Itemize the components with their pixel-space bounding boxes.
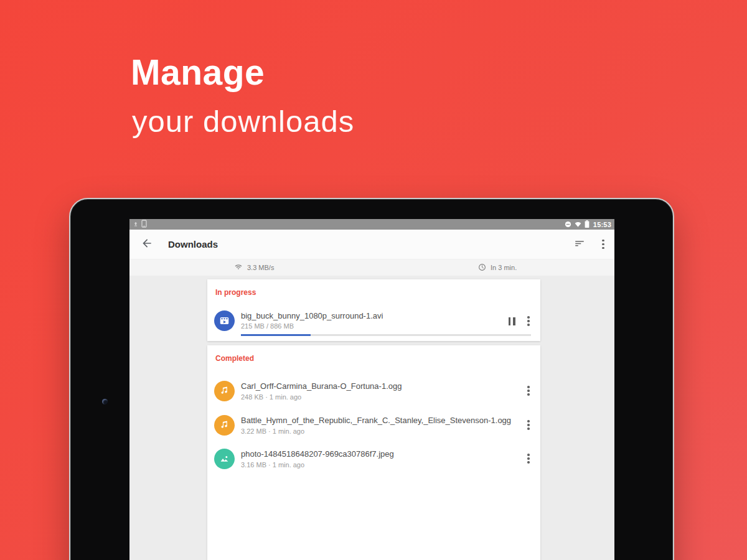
in-progress-card: In progress big_buck_bunny_1080p_surroun… (207, 279, 540, 341)
hero-heading: Manage your downloads (131, 55, 354, 137)
file-overflow-button[interactable] (522, 450, 535, 467)
file-meta: 248 KB · 1 min. ago (241, 393, 522, 401)
download-eta: In 3 min. (478, 259, 517, 276)
video-file-icon (214, 310, 235, 331)
status-bar-right: 15:53 (565, 219, 611, 230)
overflow-menu-icon (527, 454, 530, 464)
file-progress-size: 215 MB / 886 MB (241, 322, 294, 330)
cards-column: In progress big_buck_bunny_1080p_surroun… (207, 279, 540, 560)
hero-title: Manage (131, 55, 354, 90)
progress-fill (241, 334, 311, 336)
clock-icon (478, 263, 486, 273)
file-meta: 3.22 MB · 1 min. ago (241, 427, 522, 435)
download-eta-value: In 3 min. (491, 264, 517, 271)
completed-file-row[interactable]: photo-1484518648207-969ca30786f7.jpeg 3.… (207, 442, 540, 475)
completed-file-row[interactable]: Carl_Orff-Carmina_Burana-O_Fortuna-1.ogg… (207, 374, 540, 408)
audio-file-icon (214, 415, 235, 436)
app-toolbar: Downloads (129, 230, 614, 259)
file-meta: 3.16 MB · 1 min. ago (241, 461, 522, 469)
page-title: Downloads (168, 239, 218, 250)
hero-subtitle: your downloads (132, 106, 354, 137)
file-overflow-button[interactable] (522, 383, 535, 399)
progress-bar (241, 334, 531, 336)
file-overflow-button[interactable] (522, 313, 535, 329)
overflow-menu-icon (527, 316, 530, 326)
audio-file-icon (214, 381, 235, 401)
pause-icon (509, 317, 515, 325)
tablet-device-frame: 15:53 Downloads (69, 198, 674, 560)
overflow-menu-icon (527, 386, 530, 396)
upload-status-icon (133, 219, 139, 230)
completed-card: Completed Carl_Orff-Carmina_Burana-O_ (207, 345, 540, 560)
download-speed: 3.3 MB/s (234, 259, 274, 276)
pause-button[interactable] (504, 313, 520, 329)
file-name: photo-1484518648207-969ca30786f7.jpeg (241, 449, 522, 459)
overflow-menu-icon (527, 420, 530, 430)
back-arrow-icon (141, 237, 153, 252)
status-bar-left (133, 219, 147, 230)
status-bar-clock: 15:53 (593, 221, 611, 228)
wifi-status-icon (574, 219, 582, 230)
device-status-icon (141, 219, 147, 230)
wifi-icon (234, 263, 243, 272)
sort-button[interactable] (572, 233, 587, 256)
file-name: Battle_Hymn_of_the_Republic,_Frank_C._St… (241, 416, 522, 425)
toolbar-overflow-button[interactable] (596, 233, 611, 256)
download-status-row: 3.3 MB/s In 3 min. (129, 259, 614, 276)
battery-icon (585, 219, 590, 230)
image-file-icon (214, 449, 235, 469)
file-overflow-button[interactable] (522, 417, 535, 433)
overflow-menu-icon (602, 240, 604, 250)
download-speed-value: 3.3 MB/s (247, 264, 274, 271)
file-texts: Carl_Orff-Carmina_Burana-O_Fortuna-1.ogg… (241, 381, 522, 401)
file-texts: Battle_Hymn_of_the_Republic,_Frank_C._St… (241, 416, 522, 435)
back-button[interactable] (136, 233, 158, 256)
downloads-list-area: In progress big_buck_bunny_1080p_surroun… (129, 276, 614, 560)
completed-file-row[interactable]: Battle_Hymn_of_the_Republic,_Frank_C._St… (207, 408, 540, 442)
file-name: big_buck_bunny_1080p_surround-1.avi (241, 311, 383, 320)
in-progress-label: In progress (215, 288, 256, 297)
status-bar: 15:53 (129, 219, 614, 230)
front-camera (102, 399, 108, 404)
completed-label: Completed (215, 354, 254, 363)
sort-icon (574, 238, 585, 251)
file-texts: photo-1484518648207-969ca30786f7.jpeg 3.… (241, 449, 522, 469)
file-name: Carl_Orff-Carmina_Burana-O_Fortuna-1.ogg (241, 381, 522, 391)
do-not-disturb-icon (565, 219, 571, 230)
tablet-screen: 15:53 Downloads (129, 219, 614, 560)
